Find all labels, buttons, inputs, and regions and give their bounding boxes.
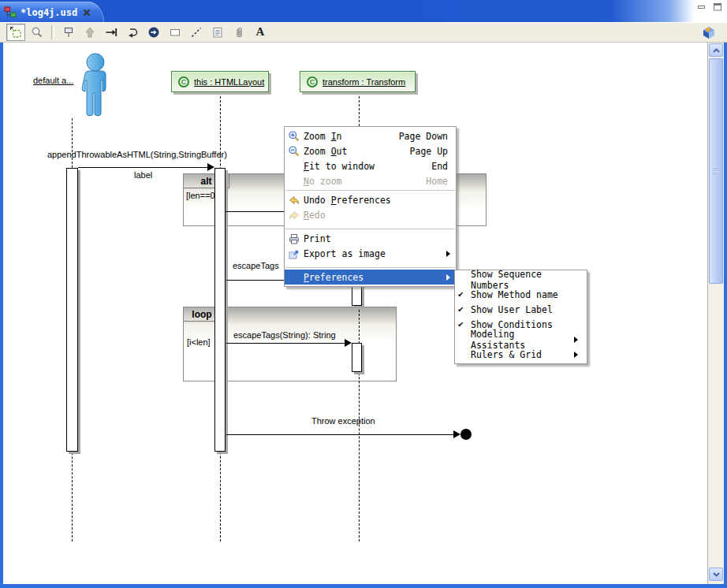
close-tab-icon[interactable] bbox=[83, 9, 91, 17]
vertical-scrollbar[interactable] bbox=[707, 43, 724, 584]
message-label-appendThrowableAsHTML[interactable]: appendThrowableAsHTML(String,StringBuffe… bbox=[47, 150, 227, 159]
zoom-tool-icon bbox=[31, 26, 43, 39]
up-arrow-icon bbox=[84, 26, 96, 39]
scroll-thumb[interactable] bbox=[709, 58, 723, 284]
menu-item-label: Print bbox=[304, 233, 331, 244]
app-window: *log4j.usd bbox=[0, 0, 727, 588]
submenu-item-modeling-assistants[interactable]: Modeling Assistants bbox=[455, 332, 587, 347]
print-icon bbox=[285, 233, 304, 245]
arrowhead-icon bbox=[207, 163, 214, 171]
text-tool-button[interactable]: A bbox=[251, 24, 270, 41]
titlebar: *log4j.usd bbox=[0, 0, 727, 22]
menu-item-label: Undo Preferences bbox=[304, 195, 391, 206]
flow-message-button[interactable] bbox=[144, 24, 163, 41]
actor-figure[interactable] bbox=[79, 52, 114, 120]
submenu-item-show-sequence-numbers[interactable]: Show Sequence Numbers bbox=[455, 272, 587, 287]
lifeline-head-transform[interactable]: C transform : Transform bbox=[300, 71, 416, 92]
attachment-button[interactable] bbox=[229, 24, 248, 41]
lifeline-head-label: this : HTMLLayout bbox=[194, 77, 264, 87]
context-menu: Zoom In Page Down Zoom Out Page Up Fit t… bbox=[284, 126, 457, 287]
instance-tool-icon bbox=[62, 26, 75, 39]
menu-separator bbox=[285, 229, 455, 229]
fragment-box-icon bbox=[169, 26, 181, 39]
message-arrow-button[interactable] bbox=[102, 24, 121, 41]
export-image-icon bbox=[285, 247, 304, 260]
scroll-down-button[interactable] bbox=[709, 568, 723, 581]
stop-node-icon[interactable] bbox=[460, 429, 472, 440]
maximize-button[interactable] bbox=[712, 2, 722, 11]
submenu-item-label: Rulers & Grid bbox=[471, 349, 542, 360]
menu-item-redo[interactable]: Redo bbox=[285, 207, 456, 222]
message-label-escapeTags[interactable]: escapeTags bbox=[233, 261, 279, 270]
menu-item-undo-preferences[interactable]: Undo Preferences bbox=[285, 192, 456, 207]
menu-item-zoom-out[interactable]: Zoom Out Page Up bbox=[285, 143, 456, 158]
submenu-item-label: Show Method name bbox=[471, 289, 558, 300]
scroll-up-button[interactable] bbox=[709, 43, 723, 57]
this-activation-bar[interactable] bbox=[214, 168, 226, 452]
diagram-file-icon bbox=[4, 6, 17, 18]
message-line-escapeTags-string[interactable] bbox=[226, 343, 345, 344]
return-arrow-button[interactable] bbox=[123, 24, 142, 41]
submenu-item-label: Modeling Assistants bbox=[471, 329, 574, 351]
attachment-icon bbox=[233, 26, 245, 39]
submenu-arrow-icon bbox=[446, 251, 450, 257]
message-label-throw-exception[interactable]: Throw exception bbox=[311, 416, 375, 426]
menu-item-label: Fit to window bbox=[304, 161, 375, 172]
menu-item-label: No zoom bbox=[304, 176, 341, 187]
menu-item-label: Redo bbox=[304, 210, 326, 221]
flow-message-icon bbox=[147, 26, 160, 39]
menu-separator bbox=[285, 267, 455, 268]
submenu-item-show-user-label[interactable]: Show User Label bbox=[455, 302, 587, 317]
menu-item-label: Zoom Out bbox=[304, 146, 347, 157]
submenu-item-label: Show Sequence Numbers bbox=[471, 269, 583, 291]
text-tool-icon: A bbox=[256, 25, 265, 39]
zoom-in-icon bbox=[285, 130, 304, 143]
submenu-arrow-icon bbox=[574, 352, 578, 358]
select-tool-button[interactable] bbox=[6, 24, 25, 41]
zoom-tool-button[interactable] bbox=[28, 24, 47, 41]
menu-item-no-zoom[interactable]: No zoom Home bbox=[285, 173, 456, 188]
menu-shortcut: Home bbox=[426, 176, 456, 187]
arrowhead-icon bbox=[453, 430, 460, 438]
dashed-line-button[interactable] bbox=[187, 24, 206, 41]
menu-item-export-as-image[interactable]: Export as image bbox=[285, 246, 456, 261]
message-line-throw-exception[interactable] bbox=[226, 434, 453, 435]
menu-item-fit-to-window[interactable]: Fit to window End bbox=[285, 158, 456, 173]
document-tab[interactable]: *log4j.usd bbox=[0, 2, 104, 22]
message-line-appendThrowableAsHTML[interactable] bbox=[78, 167, 207, 168]
submenu-item-label: Show User Label bbox=[471, 304, 553, 315]
note-button[interactable] bbox=[208, 24, 227, 41]
java-perspective-icon[interactable] bbox=[702, 25, 716, 39]
loop-fragment-condition: [i<len] bbox=[187, 337, 211, 347]
menu-item-print[interactable]: Print bbox=[285, 231, 456, 246]
menu-item-zoom-in[interactable]: Zoom In Page Down bbox=[285, 128, 456, 143]
instance-tool-button[interactable] bbox=[59, 24, 78, 41]
undo-icon bbox=[285, 194, 304, 207]
lifeline-head-this[interactable]: C this : HTMLLayout bbox=[171, 71, 269, 92]
actor-activation-bar[interactable] bbox=[66, 168, 78, 452]
thumb-grip bbox=[713, 169, 719, 174]
message-label-escapeTags-string[interactable]: escapeTags(String): String bbox=[233, 330, 336, 340]
chevron-down-icon bbox=[713, 572, 720, 577]
class-icon: C bbox=[307, 76, 318, 87]
chevron-up-icon bbox=[713, 48, 720, 53]
window-buttons bbox=[697, 2, 722, 11]
fragment-box-button[interactable] bbox=[166, 24, 185, 41]
return-arrow-icon bbox=[126, 26, 139, 39]
redo-icon bbox=[285, 209, 304, 221]
toolbar-separator bbox=[51, 25, 54, 39]
lifeline-head-label: transform : Transform bbox=[322, 77, 405, 87]
class-icon: C bbox=[178, 76, 189, 87]
menu-shortcut: Page Down bbox=[399, 131, 456, 142]
select-tool-icon bbox=[9, 26, 22, 39]
tab-title: *log4j.usd bbox=[21, 7, 77, 18]
preferences-submenu: Show Sequence Numbers Show Method name S… bbox=[454, 270, 587, 364]
transform-activation-bar-2[interactable] bbox=[352, 343, 362, 372]
minimize-button[interactable] bbox=[697, 2, 707, 11]
message-label-label[interactable]: label bbox=[134, 170, 152, 180]
up-arrow-button[interactable] bbox=[80, 24, 99, 41]
menu-spacer bbox=[285, 222, 456, 227]
actor-label[interactable]: default a... bbox=[33, 76, 73, 85]
menu-shortcut: End bbox=[431, 161, 456, 172]
menu-item-preferences[interactable]: Preferences bbox=[285, 270, 456, 285]
